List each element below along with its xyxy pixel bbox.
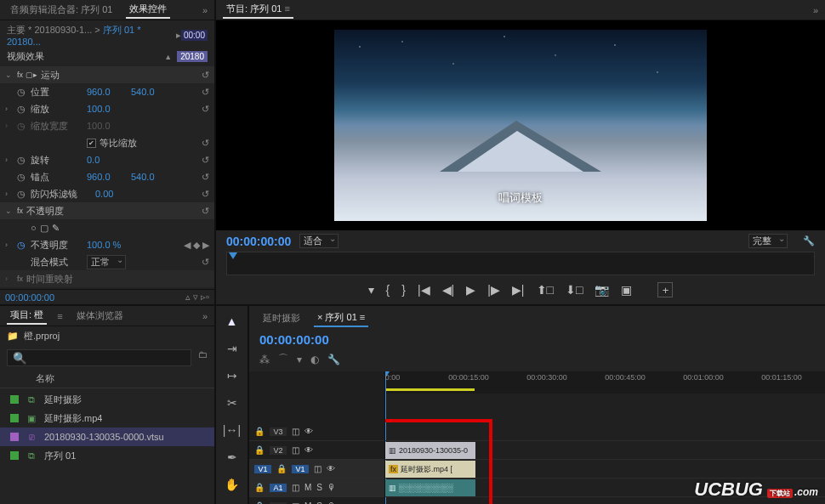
antiflicker-value[interactable]: 0.00 <box>95 189 136 199</box>
button-editor-icon[interactable]: + <box>657 282 673 297</box>
tab-audio-mixer[interactable]: 音频剪辑混合器: 序列 01 <box>7 2 116 18</box>
a1-lock-icon[interactable]: 🔒 <box>254 483 265 492</box>
work-area-bar[interactable] <box>385 388 475 391</box>
scale-value[interactable]: 100.0 <box>87 104 128 114</box>
toggle-keyframe-area-icon[interactable]: ▲ <box>164 53 172 61</box>
timeline-ruler[interactable]: 00:0000:00:15:0000:00:30:0000:00:45:0000… <box>385 371 825 394</box>
slip-tool-icon[interactable]: |↔| <box>223 422 242 439</box>
export-frame-icon[interactable]: 📷 <box>595 283 609 297</box>
ec-nav-loop-icon[interactable]: ▹▫ <box>201 292 209 303</box>
blend-mode-dropdown[interactable]: 正常 <box>87 255 126 269</box>
scale-stopwatch-icon[interactable]: ◷ <box>17 104 27 114</box>
program-playhead-icon[interactable] <box>229 252 237 259</box>
play-icon[interactable]: ▶ <box>466 283 475 297</box>
razor-tool-icon[interactable]: ✂ <box>223 394 242 411</box>
marker-icon[interactable]: ▾ <box>297 354 302 365</box>
scale-reset-icon[interactable]: ↺ <box>202 104 209 115</box>
new-bin-icon[interactable]: 🗀 <box>198 349 208 366</box>
rotation-reset-icon[interactable]: ↺ <box>202 155 209 166</box>
scale-expand-icon[interactable]: › <box>5 105 14 113</box>
step-forward-icon[interactable]: |▶ <box>487 283 500 297</box>
selection-tool-icon[interactable]: ▲ <box>223 313 242 330</box>
linked-select-icon[interactable]: ⌒ <box>278 352 288 366</box>
tab-project[interactable]: 项目: 橙 <box>7 307 47 325</box>
track-lane-a1[interactable]: ▥ ░░░░░░░░░░ <box>385 479 825 497</box>
tab-effect-controls[interactable]: 效果控件 <box>126 1 170 19</box>
clip-a1[interactable]: ▥ ░░░░░░░░░░ <box>385 479 475 496</box>
lift-icon[interactable]: ⬆□ <box>537 283 554 297</box>
position-reset-icon[interactable]: ↺ <box>202 87 209 98</box>
track-lane-v3[interactable] <box>385 422 825 441</box>
project-item[interactable]: ⧉序列 01 <box>0 446 214 465</box>
settings-wrench-icon[interactable]: 🔧 <box>803 235 815 246</box>
rotation-value[interactable]: 0.0 <box>87 155 128 165</box>
uniform-reset-icon[interactable]: ↺ <box>202 138 209 149</box>
v3-lock-icon[interactable]: 🔒 <box>254 427 265 436</box>
clip-v2[interactable]: ▥ 20180930-130035-0 <box>385 442 475 459</box>
next-keyframe-icon[interactable]: ▶ <box>202 240 209 251</box>
antiflicker-expand-icon[interactable]: › <box>5 190 14 198</box>
motion-collapse-icon[interactable]: ⌄ <box>5 71 14 79</box>
v2-badge[interactable]: V2 <box>270 446 287 455</box>
a1-solo-icon[interactable]: S <box>316 483 322 492</box>
antiflicker-stopwatch-icon[interactable]: ◷ <box>17 189 27 199</box>
tab-sequence-1[interactable]: 延时摄影 <box>259 310 304 326</box>
program-tab-menu-icon[interactable]: ≡ <box>284 3 289 14</box>
project-overflow-icon[interactable]: » <box>202 311 208 321</box>
track-lane-a2[interactable] <box>385 497 825 504</box>
tab-media-browser[interactable]: 媒体浏览器 <box>73 308 127 324</box>
opacity-stopwatch-icon[interactable]: ◷ <box>17 240 27 250</box>
v1-toggle-output-icon[interactable]: ◫ <box>314 464 321 473</box>
project-search-input[interactable] <box>7 349 191 366</box>
project-tab-menu-icon[interactable]: ≡ <box>57 311 62 321</box>
blend-reset-icon[interactable]: ↺ <box>202 257 209 268</box>
anchor-reset-icon[interactable]: ↺ <box>202 172 209 183</box>
mask-pen-icon[interactable]: ✎ <box>52 223 60 234</box>
project-item[interactable]: ⧉延时摄影 <box>0 390 214 409</box>
tab-sequence-2[interactable]: × 序列 01 ≡ <box>314 309 368 327</box>
motion-reset-icon[interactable]: ↺ <box>202 70 209 81</box>
snap-icon[interactable]: ⁂ <box>259 354 270 365</box>
program-time-ruler[interactable] <box>226 252 815 275</box>
timeline-current-time[interactable]: 00:00:00:00 <box>249 331 825 352</box>
mark-out-icon[interactable]: } <box>401 283 406 297</box>
mask-rect-icon[interactable]: ▢ <box>40 223 48 234</box>
antiflicker-reset-icon[interactable]: ↺ <box>202 189 209 200</box>
anchor-y-value[interactable]: 540.0 <box>131 172 172 182</box>
position-y-value[interactable]: 540.0 <box>131 87 172 97</box>
position-stopwatch-icon[interactable]: ◷ <box>17 87 27 97</box>
add-marker-icon[interactable]: ▾ <box>368 283 374 297</box>
project-item[interactable]: ⎚20180930-130035-0000.vtsu <box>0 428 214 446</box>
rotation-stopwatch-icon[interactable]: ◷ <box>17 155 27 165</box>
program-viewport[interactable]: 唱词模板 <box>216 20 825 230</box>
extract-icon[interactable]: ⬇□ <box>566 283 583 297</box>
zoom-fit-dropdown[interactable]: 适合 <box>299 234 339 248</box>
ripple-edit-tool-icon[interactable]: ↦ <box>223 367 242 384</box>
go-to-in-icon[interactable]: |◀ <box>418 283 430 297</box>
track-lane-v2[interactable]: ▥ 20180930-130035-0 <box>385 441 825 460</box>
clip-v1[interactable]: fx 延时摄影.mp4 [ <box>385 461 475 478</box>
mark-in-icon[interactable]: { <box>386 283 390 297</box>
rotation-expand-icon[interactable]: › <box>5 156 14 164</box>
v1-eye-icon[interactable]: 👁 <box>327 464 335 473</box>
comparison-icon[interactable]: ▣ <box>621 283 632 297</box>
add-keyframe-icon[interactable]: ◆ <box>193 240 200 251</box>
program-overflow-icon[interactable]: » <box>813 5 818 15</box>
sequence-settings-icon[interactable]: ◐ <box>310 354 319 365</box>
timeremap-expand-icon[interactable]: › <box>5 275 14 283</box>
a1-badge[interactable]: A1 <box>270 484 287 492</box>
ec-nav-prev-icon[interactable]: ▵ <box>185 292 191 303</box>
track-lane-v1[interactable]: fx 延时摄影.mp4 [ <box>385 460 825 479</box>
go-to-out-icon[interactable]: ▶| <box>512 283 525 297</box>
uniform-scale-checkbox[interactable]: ✔ <box>87 139 96 148</box>
prev-keyframe-icon[interactable]: ◀ <box>184 240 191 251</box>
opacity-value[interactable]: 100.0 % <box>87 240 128 250</box>
tab-program[interactable]: 节目: 序列 01 ≡ <box>223 1 293 19</box>
a1-voice-icon[interactable]: 🎙 <box>327 483 336 492</box>
anchor-x-value[interactable]: 960.0 <box>87 172 128 182</box>
ec-nav-next-icon[interactable]: ▿ <box>193 292 198 303</box>
mask-circle-icon[interactable]: ○ <box>31 223 37 233</box>
a1-mute-icon[interactable]: M <box>304 483 311 492</box>
opacity-expand-icon[interactable]: › <box>5 241 14 249</box>
hand-tool-icon[interactable]: ✋ <box>223 476 242 493</box>
